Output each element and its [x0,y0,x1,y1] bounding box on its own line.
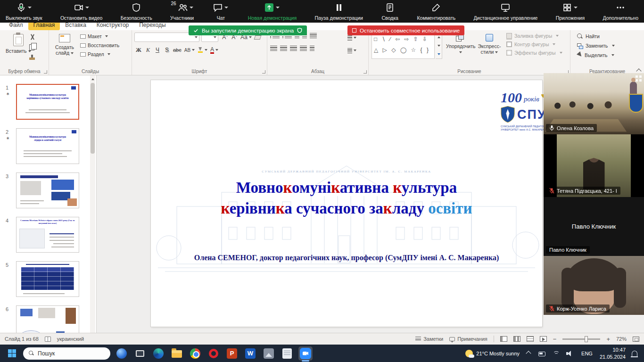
shapes-gallery[interactable]: □ ∖ ∕ ⇦ ⇨ ⇧ ⇩ △ ▷ ◇ ◯ ☆ { } [372,33,435,59]
italic-button[interactable]: К [144,45,152,55]
taskbar-app-edge[interactable] [151,346,165,361]
cut-icon[interactable] [29,34,35,40]
notes-button[interactable]: Заметки [415,336,443,342]
fit-slide-to-window-button[interactable] [633,337,639,342]
dialog-launcher-icon[interactable] [363,70,367,74]
quick-styles-button[interactable]: Экспресс-стили [475,32,504,57]
security-button[interactable]: Безопасность [119,1,154,23]
notification-bell-icon[interactable] [632,351,637,356]
find-button[interactable]: Найти [577,33,615,39]
zoom-in-button[interactable]: + [606,336,610,343]
taskbar-app-chrome[interactable] [188,346,202,361]
shape-effects-button[interactable]: Эффекты фигуры [506,50,562,56]
zoom-slider-thumb[interactable] [585,336,588,342]
participant-tile-4[interactable]: Корж-Усенко Лариса [544,256,644,315]
reading-view-button[interactable] [527,336,534,342]
arrange-button[interactable]: Упорядочить [445,32,474,57]
taskbar-app-powerpoint[interactable]: P [225,346,239,361]
volume-icon[interactable] [566,350,573,357]
slide-1[interactable]: СУМСЬКИЙ ДЕРЖАВНИЙ ПЕДАГОГІЧНИЙ УНІВЕРСИ… [151,80,542,327]
slide-title[interactable]: Мовнокомунікативна культура керівника су… [174,178,519,219]
zoom-slider[interactable] [562,338,600,340]
participant-tile-1[interactable]: Олена Козлова [544,73,644,134]
reset-button[interactable]: Восстановить [80,42,119,48]
more-button[interactable]: Дополнительно [601,1,640,23]
underline-button[interactable]: Ч [153,45,162,55]
dialog-launcher-icon[interactable] [44,70,47,74]
chevron-down-icon[interactable] [28,7,32,8]
view-toggle-icon[interactable] [636,75,642,82]
scroll-up-button[interactable] [90,76,95,82]
replace-button[interactable]: Заменить [577,43,615,49]
slide-thumbnail-5[interactable] [16,261,79,297]
language-indicator[interactable]: украинский [57,336,84,342]
taskbar-app-file-explorer[interactable] [170,346,184,361]
normal-view-button[interactable] [500,336,507,342]
new-share-button[interactable]: Новая демонстрация [246,1,298,23]
dialog-launcher-icon[interactable] [262,70,265,74]
wifi-icon[interactable] [552,350,560,357]
slideshow-button[interactable] [540,336,547,342]
taskbar-app-opera[interactable] [206,346,221,361]
pause-share-button[interactable]: Пауза демонстрации [313,1,364,23]
new-slide-button[interactable]: Создать слайд [50,32,79,58]
chevron-down-icon[interactable] [276,7,280,8]
taskbar-search[interactable]: Пошук [23,347,110,360]
battery-icon[interactable] [538,350,546,357]
align-center-button[interactable] [280,46,287,51]
section-button[interactable]: Раздел [80,51,119,57]
hidden-icons-chevron[interactable] [526,351,531,356]
taskbar-app-notepad[interactable] [280,346,294,361]
align-text-button[interactable] [347,46,357,55]
zoom-percentage[interactable]: 72% [616,336,627,342]
comments-button[interactable]: Примечания [449,336,487,342]
spellcheck-icon[interactable] [45,337,51,342]
start-button[interactable] [5,346,19,361]
justify-button[interactable] [300,46,307,51]
stop-share-button[interactable]: Остановить совместное использование [347,25,464,35]
apps-button[interactable]: Приложения [554,1,586,23]
bold-button[interactable]: Ж [134,45,143,55]
slide-thumbnail-4[interactable]: Словник Merriam-Webster обрав слово 2023… [16,217,79,253]
align-left-button[interactable] [270,46,277,51]
taskbar-app-photos[interactable] [262,346,276,361]
chevron-down-icon[interactable] [224,7,228,8]
strikethrough-button[interactable]: abc [172,45,182,55]
taskbar-app-widgets[interactable] [115,346,129,361]
taskbar-app-task-view[interactable] [133,346,147,361]
format-painter-icon[interactable] [29,55,35,60]
slide-subtitle[interactable]: Олена СЕМЕНОГ, доктор педагогічних наук,… [165,254,528,262]
slide-thumbnail-3[interactable] [16,173,79,208]
chevron-down-icon[interactable] [574,7,578,8]
participants-button[interactable]: 26 Участники [168,1,196,23]
line-spacing-button[interactable] [310,33,317,38]
text-shadow-button[interactable]: S [163,45,171,55]
slide-thumbnail-1[interactable]: Мовнокомунікативна культура керівника су… [16,84,79,120]
slide-sorter-view-button[interactable] [513,336,520,342]
copy-icon[interactable] [29,44,34,50]
layout-button[interactable]: Макет [80,33,119,39]
shape-fill-button[interactable]: Заливка фигуры [506,33,562,39]
taskbar-app-zoom[interactable] [298,346,313,361]
scrollbar-thumb[interactable] [91,83,95,154]
slide-thumbnail-2[interactable]: Мовнокомунікативна культура лідера в осв… [16,128,79,164]
annotate-button[interactable]: Комментировать [415,1,457,23]
taskbar-clock[interactable]: 10:47 21.05.2024 [600,346,626,360]
participant-tile-3[interactable]: Павло Ключник Павло Ключник [544,197,644,256]
chevron-down-icon[interactable] [190,7,193,8]
chevron-down-icon[interactable] [85,7,89,8]
stop-video-button[interactable]: Остановить видео [58,1,104,23]
taskbar-app-word[interactable]: W [243,346,257,361]
mute-button[interactable]: Выключить звук [4,1,44,23]
zoom-out-button[interactable]: − [553,336,557,343]
summary-button[interactable]: Сводка [379,1,401,23]
input-language-indicator[interactable]: ENG [581,351,593,356]
weather-widget[interactable]: 21°C Mostly sunny [465,350,520,357]
slide-thumbnail-6[interactable] [16,305,79,333]
participant-tile-2[interactable]: Тетяна Підгаєцька, 421- І [544,134,644,197]
character-spacing-button[interactable]: АВ [183,45,196,55]
highlight-color-button[interactable] [197,45,208,55]
select-button[interactable]: Выделить [577,52,615,58]
chat-button[interactable]: Чат [210,1,231,23]
remote-control-button[interactable]: Дистанционное управление [471,1,539,23]
